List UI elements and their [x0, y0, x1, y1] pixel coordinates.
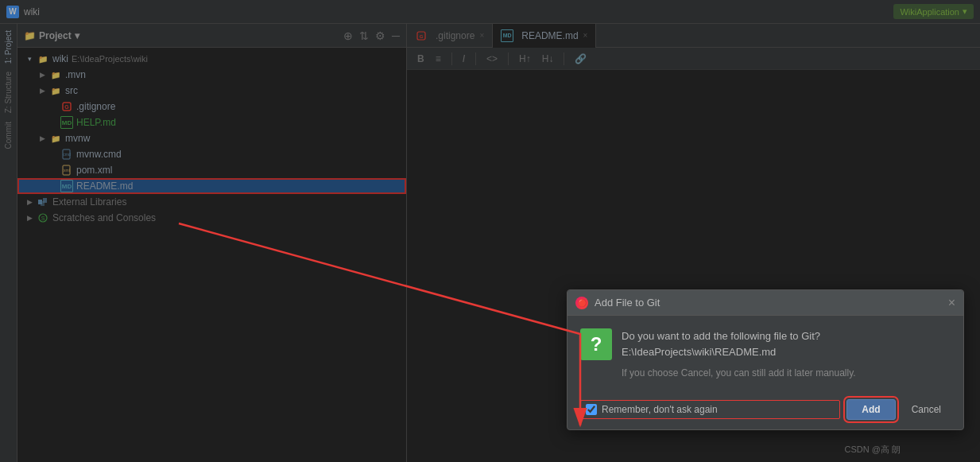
dialog-title-bar: 🔴 Add File to Git × [567, 290, 963, 316]
dialog-message: Do you want to add the following file to… [622, 328, 951, 359]
add-button[interactable]: Add [846, 399, 895, 420]
add-file-to-git-dialog: 🔴 Add File to Git × ? Do you want to add… [567, 289, 964, 430]
watermark: CSDN @高 朗 [845, 444, 901, 456]
dialog-checkbox-area: Remember, don't ask again [580, 400, 840, 419]
dialog-text: Do you want to add the following file to… [622, 328, 951, 380]
dialog-title-icon: 🔴 [575, 297, 588, 309]
dialog-footer: Remember, don't ask again Add Cancel [567, 393, 963, 429]
remember-checkbox[interactable] [586, 404, 597, 415]
dialog-sub-message: If you choose Cancel, you can still add … [622, 366, 951, 380]
dialog-overlay: 🔴 Add File to Git × ? Do you want to add… [0, 0, 980, 462]
dialog-body: ? Do you want to add the following file … [567, 316, 963, 393]
dialog-title-text: Add File to Git [595, 297, 660, 309]
cancel-button[interactable]: Cancel [902, 400, 951, 419]
dialog-close-button[interactable]: × [948, 297, 955, 309]
dialog-question-icon: ? [580, 328, 612, 360]
remember-checkbox-label: Remember, don't ask again [602, 404, 718, 415]
